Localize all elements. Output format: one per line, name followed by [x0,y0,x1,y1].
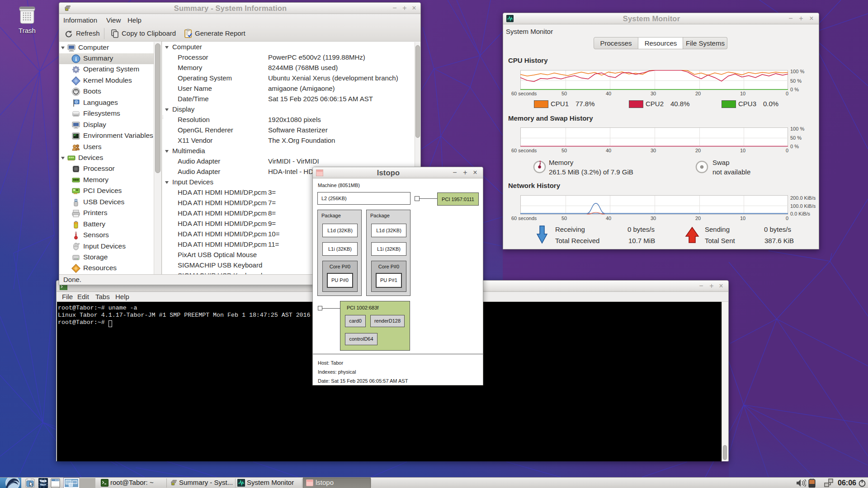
svg-text:i: i [75,56,77,62]
